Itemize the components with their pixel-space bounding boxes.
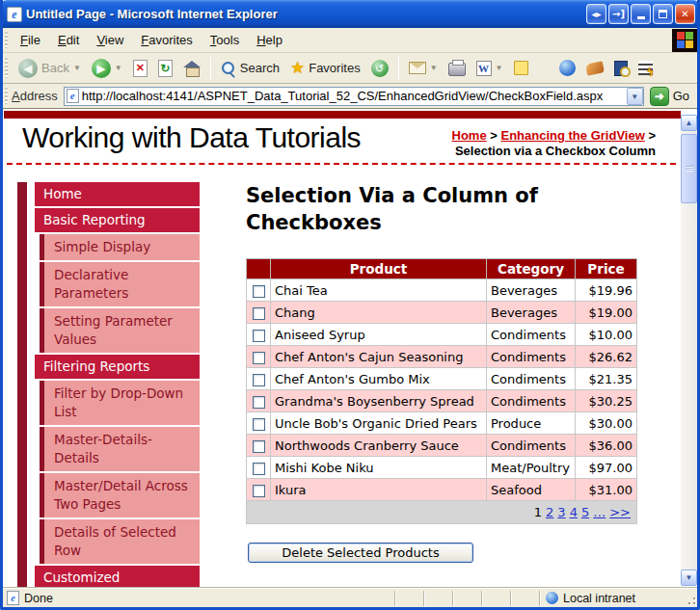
split-arrows-icon: ◂▸ <box>591 9 601 19</box>
row-checkbox[interactable] <box>253 485 265 497</box>
pager-link-next[interactable]: >> <box>609 505 631 519</box>
product-cell: Uncle Bob's Organic Dried Pears <box>271 412 487 435</box>
edit-with-word-button[interactable]: W ▼ <box>472 59 507 78</box>
menu-favorites[interactable]: Favorites <box>132 30 201 50</box>
scroll-up-icon[interactable]: ▲ <box>681 115 697 131</box>
print-button[interactable] <box>444 58 470 78</box>
sidebar-item-filter-by-dropdown-list[interactable]: Filter by Drop-Down List <box>40 381 200 425</box>
menu-edit[interactable]: Edit <box>49 30 88 50</box>
close-button[interactable]: ✕ <box>675 4 695 24</box>
sidebar-item-master-details-details[interactable]: Master-Details-Details <box>40 427 200 471</box>
pager-current-page: 1 <box>534 505 542 519</box>
back-dropdown-icon[interactable]: ▼ <box>73 64 81 72</box>
toolbar-separator <box>210 57 211 80</box>
titlebar-extra-button-1[interactable]: ◂▸ <box>586 4 606 24</box>
mail-dropdown-icon[interactable]: ▼ <box>430 64 438 72</box>
vertical-scrollbar[interactable]: ▲ ▼ <box>681 115 697 586</box>
scrollbar-thumb[interactable] <box>681 134 697 203</box>
refresh-button[interactable]: ↻ <box>154 58 176 79</box>
row-checkbox[interactable] <box>253 374 265 386</box>
sidebar-item-basic-reporting[interactable]: Basic Reporting <box>35 208 200 232</box>
home-button[interactable] <box>179 59 204 78</box>
favorites-label: Favorites <box>309 61 360 75</box>
sidebar-item-setting-parameter-values[interactable]: Setting Parameter Values <box>40 308 200 353</box>
products-grid: Product Category Price Chai Tea Beverage… <box>246 258 637 524</box>
toolbar-grip[interactable] <box>5 58 8 79</box>
menu-help[interactable]: Help <box>248 30 291 50</box>
address-dropdown-icon[interactable]: ▼ <box>627 88 643 105</box>
forward-dropdown-icon[interactable]: ▼ <box>115 64 122 72</box>
stop-button[interactable]: ✕ <box>129 58 151 79</box>
maximize-button[interactable] <box>653 4 673 24</box>
back-button[interactable]: ◀ Back ▼ <box>14 57 85 80</box>
go-button[interactable]: ➜ <box>650 87 669 106</box>
search-button[interactable]: Search <box>217 59 283 78</box>
product-cell: Chef Anton's Cajun Seasoning <box>271 346 487 368</box>
table-row: Ikura Seafood $31.00 <box>247 479 637 501</box>
titlebar-extra-button-2[interactable]: →] <box>608 4 629 24</box>
pager-link-2[interactable]: 2 <box>546 505 553 519</box>
breadcrumb-current: Selection via a Checkbox Column <box>455 144 656 158</box>
security-zone-label: Local intranet <box>563 592 635 605</box>
maximize-icon <box>659 10 667 18</box>
pager-link-ellipsis[interactable]: … <box>593 505 606 519</box>
research-button[interactable] <box>610 59 632 78</box>
word-dropdown-icon[interactable]: ▼ <box>496 64 503 72</box>
sidebar-item-declarative-parameters[interactable]: Declarative Parameters <box>40 262 200 306</box>
pager-link-5[interactable]: 5 <box>581 505 589 519</box>
resize-grip[interactable] <box>684 591 697 606</box>
row-checkbox[interactable] <box>253 396 265 409</box>
history-button[interactable]: ↺ <box>367 58 392 79</box>
menu-tools[interactable]: Tools <box>202 30 248 50</box>
mail-icon <box>409 62 426 74</box>
table-row: Chef Anton's Cajun Seasoning Condiments … <box>247 346 637 368</box>
extension-button-2[interactable] <box>634 59 657 77</box>
messenger-button[interactable] <box>555 58 579 78</box>
window-title: Untitled Page - Microsoft Internet Explo… <box>26 7 586 21</box>
forward-button[interactable]: ▶ ▼ <box>88 57 126 80</box>
refresh-icon: ↻ <box>158 60 173 77</box>
menu-grip[interactable] <box>5 32 8 49</box>
row-checkbox[interactable] <box>253 352 265 364</box>
row-checkbox[interactable] <box>253 463 265 475</box>
price-cell: $26.62 <box>576 346 637 368</box>
word-icon: W <box>476 61 492 76</box>
pager-link-3[interactable]: 3 <box>557 505 565 519</box>
row-checkbox[interactable] <box>253 440 265 453</box>
favorites-button[interactable]: ★ Favorites <box>286 56 364 80</box>
extension-button-1[interactable] <box>582 61 607 76</box>
stop-icon: ✕ <box>133 60 148 77</box>
address-grip[interactable] <box>5 88 8 105</box>
product-cell: Mishi Kobe Niku <box>271 457 487 479</box>
pager-row: 12345…>> <box>247 501 637 524</box>
sidebar-item-simple-display[interactable]: Simple Display <box>40 234 200 260</box>
sidebar-item-home[interactable]: Home <box>35 182 200 206</box>
sidebar-item-filtering-reports[interactable]: Filtering Reports <box>35 355 200 379</box>
menu-view[interactable]: View <box>88 30 132 50</box>
sidebar-item-customized-formatting[interactable]: Customized Formatting <box>35 566 200 588</box>
breadcrumb-section-link[interactable]: Enhancing the GridView <box>500 128 644 143</box>
row-checkbox[interactable] <box>253 330 265 342</box>
breadcrumb-home-link[interactable]: Home <box>452 128 487 143</box>
category-column-header: Category <box>487 259 576 279</box>
scroll-down-icon[interactable]: ▼ <box>681 570 697 586</box>
category-cell: Beverages <box>487 279 576 302</box>
discuss-button[interactable] <box>510 59 532 77</box>
row-checkbox[interactable] <box>253 285 265 298</box>
table-row: Chef Anton's Gumbo Mix Condiments $21.35 <box>247 368 637 390</box>
sidebar-item-master-detail-two-pages[interactable]: Master/Detail Across Two Pages <box>40 473 200 517</box>
row-checkbox[interactable] <box>253 418 265 431</box>
pager-link-4[interactable]: 4 <box>570 505 578 519</box>
menu-bar: File Edit View Favorites Tools Help <box>3 28 697 53</box>
browser-window: e Untitled Page - Microsoft Internet Exp… <box>0 0 700 610</box>
address-input[interactable] <box>82 89 627 103</box>
mail-button[interactable]: ▼ <box>405 60 442 76</box>
row-checkbox[interactable] <box>253 307 265 320</box>
category-cell: Condiments <box>487 346 576 368</box>
table-row: Grandma's Boysenberry Spread Condiments … <box>247 390 637 412</box>
sidebar-item-details-of-selected-row[interactable]: Details of Selected Row <box>40 519 200 564</box>
table-row: Mishi Kobe Niku Meat/Poultry $97.00 <box>247 457 637 479</box>
delete-selected-products-button[interactable]: Delete Selected Products <box>248 543 473 563</box>
minimize-button[interactable] <box>631 4 651 24</box>
menu-file[interactable]: File <box>12 30 49 50</box>
